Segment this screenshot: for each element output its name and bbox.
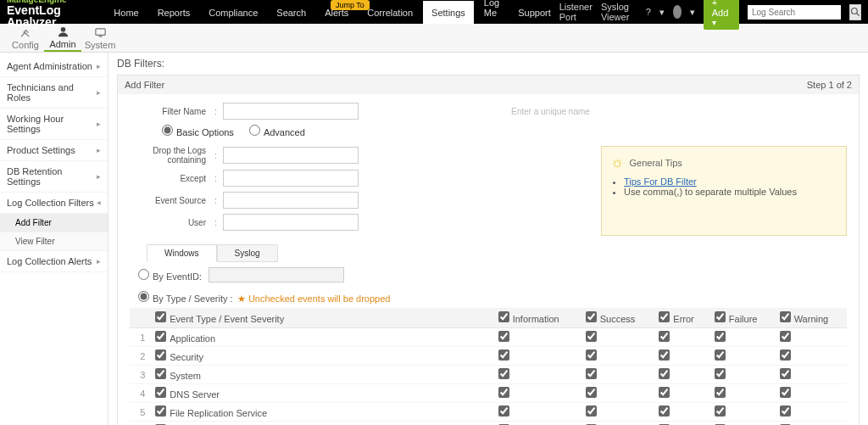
cell-checkbox[interactable] [715,387,726,398]
sidebar-item-db-retention-settings[interactable]: DB Retention Settings▸ [0,161,108,193]
cell-checkbox[interactable] [715,331,726,342]
sidebar-item-working-hour-settings[interactable]: Working Hour Settings▸ [0,109,108,140]
sidebar-subitem-view-filter[interactable]: View Filter [0,232,108,251]
col-info-checkbox[interactable] [498,311,509,322]
table-row: 1Application [130,328,847,347]
col-warning-checkbox[interactable] [780,311,791,322]
tips-line: Use comma(,) to separate multiple Values [624,187,837,197]
event-type-table: Event Type / Event Severity Information … [130,308,847,425]
user-input[interactable] [223,214,359,231]
nav-reports[interactable]: Reports [149,1,199,24]
row-checkbox[interactable] [155,350,166,361]
user-avatar-icon[interactable] [673,5,682,19]
log-search-input[interactable] [748,5,841,20]
cell-checkbox[interactable] [780,368,791,379]
top-right-tools: Listener Port Syslog Viewer ? ▾ ▾ + Add … [559,0,861,30]
cell-checkbox[interactable] [498,350,509,361]
chevron-right-icon: ▸ [97,120,101,128]
tab-syslog[interactable]: Syslog [217,244,278,262]
cell-checkbox[interactable] [659,331,670,342]
by-eventid-radio[interactable]: By EventID: [138,269,202,282]
filter-name-label: Filter Name [130,107,214,116]
svg-rect-4 [98,36,102,36]
event-source-input[interactable] [223,192,359,209]
cell-checkbox[interactable] [498,331,509,342]
settings-sidebar: Agent Administration▸Technicians and Rol… [0,53,108,425]
col-success-checkbox[interactable] [586,311,597,322]
step-indicator: Step 1 of 2 [807,80,852,90]
search-icon[interactable] [849,4,861,20]
col-failure-checkbox[interactable] [715,311,726,322]
cell-checkbox[interactable] [659,405,670,417]
svg-rect-3 [95,28,104,35]
topbar: ManageEngine EventLog Analyzer Jump To H… [0,0,868,24]
subnav-admin[interactable]: Admin [44,25,81,52]
nav-home[interactable]: Home [105,1,147,24]
cell-checkbox[interactable] [780,331,791,342]
basic-options-radio[interactable]: Basic Options [162,125,234,137]
cell-checkbox[interactable] [498,368,509,379]
help-icon[interactable]: ? [646,7,651,17]
cell-checkbox[interactable] [498,405,509,417]
subnav-config[interactable]: Config [7,25,44,52]
syslog-viewer-link[interactable]: Syslog Viewer [601,2,637,22]
eventid-input[interactable] [209,267,344,282]
cell-checkbox[interactable] [659,350,670,361]
row-checkbox[interactable] [155,368,166,379]
cell-checkbox[interactable] [780,405,791,417]
cell-checkbox[interactable] [498,387,509,398]
row-checkbox[interactable] [155,405,166,417]
sidebar-item-log-collection-filters[interactable]: Log Collection Filters▾ [0,193,108,214]
advanced-radio[interactable]: Advanced [249,125,305,137]
col-error-checkbox[interactable] [659,311,670,322]
cell-checkbox[interactable] [586,387,597,398]
subnav-system[interactable]: System [81,25,119,52]
sidebar-subitem-add-filter[interactable]: Add Filter [0,214,108,232]
table-row: 5File Replication Service [130,403,847,422]
star-icon: ★ [237,294,246,304]
add-button[interactable]: + Add ▾ [704,0,739,30]
jump-to-badge[interactable]: Jump To [331,0,370,10]
cell-checkbox[interactable] [586,350,597,361]
drop-the-logs-containing-input[interactable] [223,147,359,164]
listener-port-link[interactable]: Listener Port [559,2,593,22]
except-input[interactable] [223,170,359,187]
nav-compliance[interactable]: Compliance [200,1,266,24]
sidebar-item-log-collection-alerts[interactable]: Log Collection Alerts▸ [0,251,108,272]
cell-checkbox[interactable] [586,368,597,379]
row-checkbox[interactable] [155,331,166,342]
by-type-radio[interactable]: By Type / Severity : [138,294,233,304]
cell-checkbox[interactable] [780,350,791,361]
table-row: 3System [130,366,847,384]
svg-line-1 [857,14,860,16]
panel-title: Add Filter [125,80,164,90]
row-checkbox[interactable] [155,387,166,398]
nav-settings[interactable]: Settings [423,1,474,24]
filter-name-hint: Enter a unique name [511,107,590,116]
page-title: DB Filters: [117,58,860,70]
col-type-checkbox[interactable] [155,311,166,322]
nav-search[interactable]: Search [268,1,314,24]
chevron-right-icon: ▾ [95,201,103,205]
cell-checkbox[interactable] [659,368,670,379]
cell-checkbox[interactable] [715,350,726,361]
tab-windows[interactable]: Windows [147,244,217,262]
main-content: DB Filters: Add Filter Step 1 of 2 Filte… [108,53,868,425]
table-row: 6Directory Service [130,422,847,426]
tips-link[interactable]: Tips For DB Filter [624,176,697,187]
sidebar-item-technicians-and-roles[interactable]: Technicians and Roles▸ [0,77,108,109]
chevron-right-icon: ▸ [97,62,101,70]
sidebar-item-agent-administration[interactable]: Agent Administration▸ [0,56,108,77]
nav-support[interactable]: Support [509,1,559,24]
cell-checkbox[interactable] [780,387,791,398]
cell-checkbox[interactable] [659,387,670,398]
add-filter-panel: Add Filter Step 1 of 2 Filter Name : Ent… [117,75,860,425]
sidebar-item-product-settings[interactable]: Product Settings▸ [0,140,108,161]
chevron-right-icon: ▸ [97,88,101,97]
nav-log-me[interactable]: Log Me [476,0,508,24]
cell-checkbox[interactable] [715,405,726,417]
cell-checkbox[interactable] [586,331,597,342]
cell-checkbox[interactable] [715,368,726,379]
filter-name-input[interactable] [223,103,359,120]
cell-checkbox[interactable] [586,405,597,417]
